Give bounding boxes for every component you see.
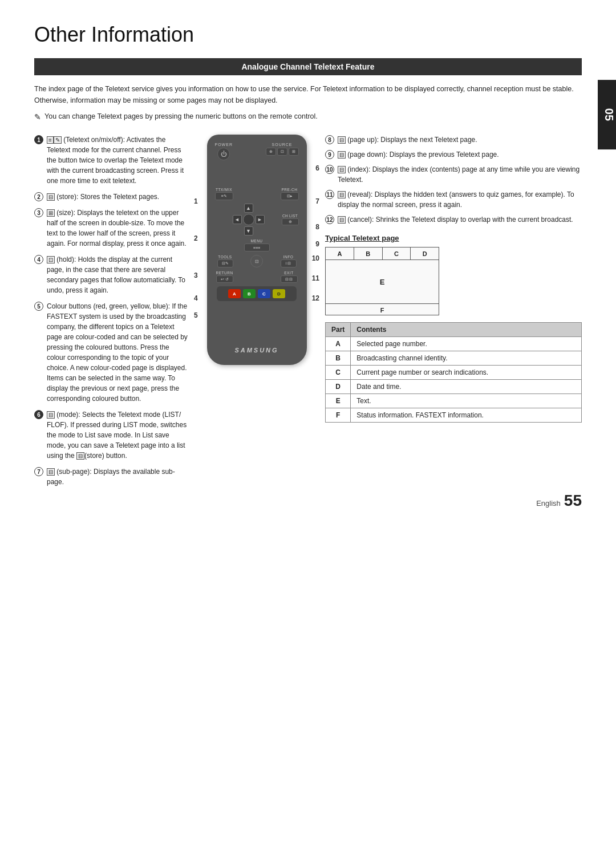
power-icon: ⏻ xyxy=(221,151,227,157)
list-item: 2 ⊟ (store): Stores the Teletext pages. xyxy=(34,192,188,202)
table-cell-part: D xyxy=(326,380,351,394)
table-row: EText. xyxy=(326,394,582,408)
item-text-2: ⊟ (store): Stores the Teletext pages. xyxy=(47,192,159,202)
tools-label: TOOLS xyxy=(218,255,232,259)
remote-spacer-bot2 xyxy=(213,313,301,317)
down-arrow[interactable]: ▼ xyxy=(244,226,253,236)
callout-4: 4 xyxy=(194,294,198,302)
info-btn[interactable]: i ⊟ xyxy=(281,259,297,267)
tools-btn[interactable]: ⊟✎ xyxy=(217,259,233,267)
red-button[interactable]: A xyxy=(228,289,241,298)
remote-spacer-1 xyxy=(213,164,301,168)
callout-12: 12 xyxy=(312,294,319,302)
remote-top: POWER ⏻ SOURCE ⊕ ⊡ ⊞ xyxy=(213,143,301,160)
item-number-6: 6 xyxy=(34,410,43,419)
teletext-title: Typical Teletext page xyxy=(325,234,582,242)
ttx-btn[interactable]: ≡✎ xyxy=(215,192,233,200)
teletext-diagram: A B C D E F xyxy=(325,247,439,315)
right-list-item-9: 9 ⊟ (page down): Displays the previous T… xyxy=(325,149,582,160)
nav-bot-row: ▼ xyxy=(244,226,253,236)
callout-3: 3 xyxy=(194,271,198,279)
tools-group: TOOLS ⊟✎ xyxy=(217,255,233,267)
tt-cell-c: C xyxy=(383,248,411,259)
remote-spacer-3 xyxy=(213,180,301,184)
page-title: Other Information xyxy=(34,23,582,47)
menu-btn[interactable]: ≡≡≡ xyxy=(244,244,270,251)
list-item: 4 ⊡ (hold): Holds the display at the cur… xyxy=(34,254,188,295)
col-contents: Contents xyxy=(351,323,582,337)
exit-group: EXIT ⊟ ⊟ xyxy=(281,271,298,283)
remote-column: POWER ⏻ SOURCE ⊕ ⊡ ⊞ xyxy=(200,135,314,365)
chlist-btn[interactable]: ⊕ xyxy=(282,218,299,225)
item-number-5: 5 xyxy=(34,302,43,311)
return-group: RETURN ↩ ↺ xyxy=(216,271,233,283)
tt-cell-b: B xyxy=(354,248,383,259)
item-text-6: ⊟ (mode): Selects the Teletext mode (LIS… xyxy=(47,409,188,461)
source-btn-3[interactable]: ⊞ xyxy=(289,148,299,156)
right-column: 8 ⊟ (page up): Displays the next Teletex… xyxy=(325,135,582,423)
item-text-8: ⊟ (page up): Displays the next Teletext … xyxy=(338,135,477,145)
exit-btn[interactable]: ⊟ ⊟ xyxy=(281,275,298,283)
callout-11: 11 xyxy=(312,274,319,282)
callout-8r: 8 xyxy=(315,223,319,231)
item-text-11: ⊟ (reveal): Displays the hidden text (an… xyxy=(338,189,582,210)
note-text: ✎ You can change Teletext pages by press… xyxy=(34,111,582,123)
chlist-section: CH LIST ⊕ xyxy=(282,214,299,225)
table-header-row: Part Contents xyxy=(326,323,582,337)
prech-btn[interactable]: ⊟▸ xyxy=(281,192,299,200)
source-btn-1[interactable]: ⊕ xyxy=(266,148,276,156)
nav-row: ▲ ◄ ► ▼ CH LIST xyxy=(213,204,301,236)
list-item: 1 ≡✎ (Teletext on/mix/off): Activates th… xyxy=(34,135,188,186)
callout-9r: 9 xyxy=(315,240,319,248)
guide-btn[interactable]: ⊡ xyxy=(250,255,263,267)
right-list-item-12: 12 ⊟ (cancel): Shrinks the Teletext disp… xyxy=(325,214,582,225)
list-item: 6 ⊟ (mode): Selects the Teletext mode (L… xyxy=(34,409,188,461)
table-cell-contents: Date and time. xyxy=(351,380,582,394)
ttx-prech-row: TTX/MIX ≡✎ PRE-CH ⊟▸ xyxy=(213,188,301,200)
power-button[interactable]: ⏻ xyxy=(217,148,230,160)
prech-label: PRE-CH xyxy=(282,188,298,192)
table-row: ASelected page number. xyxy=(326,337,582,351)
table-cell-part: E xyxy=(326,394,351,408)
menu-group: MENU ≡≡≡ xyxy=(244,239,270,251)
ttx-group: TTX/MIX ≡✎ xyxy=(215,188,233,200)
prech-group: PRE-CH ⊟▸ xyxy=(281,188,299,200)
callout-2: 2 xyxy=(194,234,198,242)
item-text-3: ⊞ (size): Displays the teletext on the u… xyxy=(47,208,188,249)
table-cell-contents: Current page number or search indication… xyxy=(351,366,582,380)
item-number-12: 12 xyxy=(325,215,334,224)
ok-button[interactable] xyxy=(243,214,254,225)
table-cell-part: C xyxy=(326,366,351,380)
remote-spacer-bot4 xyxy=(213,328,301,333)
return-label: RETURN xyxy=(216,271,233,275)
up-arrow[interactable]: ▲ xyxy=(244,204,253,213)
right-list-item-8: 8 ⊟ (page up): Displays the next Teletex… xyxy=(325,135,582,145)
item-number-10: 10 xyxy=(325,165,334,174)
right-list-item-10: 10 ⊟ (index): Displays the index (conten… xyxy=(325,164,582,185)
green-button[interactable]: B xyxy=(243,289,256,298)
item-number-7: 7 xyxy=(34,467,43,476)
footer-text: English xyxy=(536,499,561,508)
table-header: Part Contents xyxy=(326,323,582,337)
table-row: BBroadcasting channel identity. xyxy=(326,351,582,366)
item-text-7: ⊟ (sub-page): Displays the available sub… xyxy=(47,466,188,487)
item-text-1: ≡✎ (Teletext on/mix/off): Activates the … xyxy=(47,135,188,186)
footer-number: 55 xyxy=(564,492,582,510)
right-list-item-11: 11 ⊟ (reveal): Displays the hidden text … xyxy=(325,189,582,210)
right-arrow[interactable]: ► xyxy=(256,215,265,224)
side-tab: 05 Other Information xyxy=(598,80,616,149)
blue-button[interactable]: C xyxy=(258,289,270,298)
source-label: SOURCE xyxy=(272,143,293,147)
tools-info-row: TOOLS ⊟✎ ⊡ INFO i ⊟ xyxy=(213,255,301,267)
remote-spacer-2 xyxy=(213,172,301,176)
left-arrow[interactable]: ◄ xyxy=(233,215,242,224)
table-cell-part: F xyxy=(326,408,351,423)
color-buttons-row: A B C D xyxy=(217,286,297,301)
yellow-button[interactable]: D xyxy=(273,289,285,298)
page-container: 05 Other Information Other Information A… xyxy=(0,0,616,527)
source-btn-2[interactable]: ⊡ xyxy=(277,148,287,156)
return-btn[interactable]: ↩ ↺ xyxy=(216,275,233,283)
tt-bottom: F xyxy=(326,303,439,316)
tt-body: E xyxy=(326,260,439,303)
callout-5: 5 xyxy=(194,311,198,319)
